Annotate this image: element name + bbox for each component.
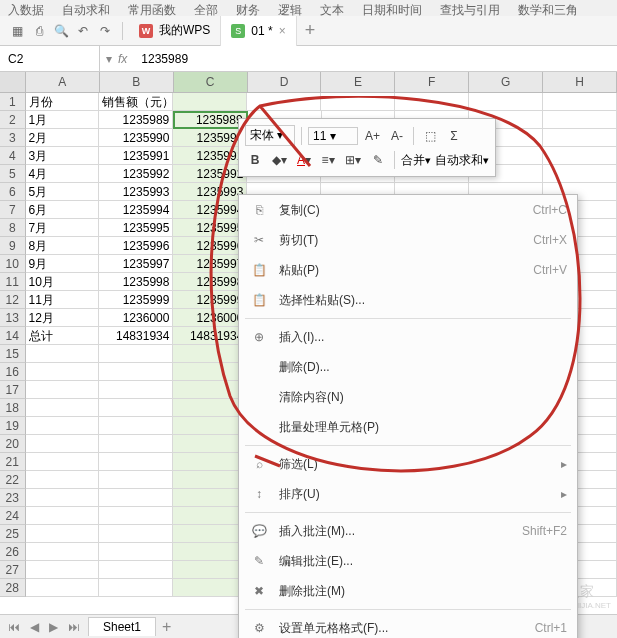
cell[interactable]: 4月 xyxy=(26,165,100,183)
col-header[interactable]: B xyxy=(100,72,174,92)
fill-color-icon[interactable]: ◆▾ xyxy=(269,150,290,170)
row-header[interactable]: 16 xyxy=(0,363,26,381)
cell[interactable]: 2月 xyxy=(26,129,100,147)
border-icon[interactable]: ⊞▾ xyxy=(342,150,364,170)
cell[interactable] xyxy=(173,93,247,111)
context-menu-item[interactable]: 清除内容(N) xyxy=(239,382,577,412)
context-menu-item[interactable]: 💬插入批注(M)...Shift+F2 xyxy=(239,516,577,546)
merge-icon[interactable]: ⬚ xyxy=(420,126,440,146)
autosum-button[interactable]: 自动求和▾ xyxy=(435,152,489,169)
bold-icon[interactable]: B xyxy=(245,150,265,170)
cell[interactable]: 1235990 xyxy=(99,129,173,147)
last-sheet-icon[interactable]: ⏭ xyxy=(66,620,82,634)
cell[interactable]: 1235992 xyxy=(173,165,247,183)
print-icon[interactable]: ⎙ xyxy=(31,23,47,39)
cell[interactable]: 1235993 xyxy=(173,183,247,201)
cell[interactable]: 1235994 xyxy=(173,201,247,219)
preview-icon[interactable]: 🔍 xyxy=(53,23,69,39)
cell[interactable]: 1235995 xyxy=(173,219,247,237)
cell[interactable]: 1235989 xyxy=(173,111,247,129)
tab-wps[interactable]: W 我的WPS xyxy=(129,16,221,46)
format-painter-icon[interactable]: ✎ xyxy=(368,150,388,170)
row-header[interactable]: 21 xyxy=(0,453,26,471)
undo-icon[interactable]: ↶ xyxy=(75,23,91,39)
cell[interactable]: 7月 xyxy=(26,219,100,237)
col-header[interactable]: C xyxy=(174,72,248,92)
context-menu-item[interactable]: 删除(D)... xyxy=(239,352,577,382)
cell[interactable]: 总计 xyxy=(26,327,100,345)
row-header[interactable]: 15 xyxy=(0,345,26,363)
align-icon[interactable]: ≡▾ xyxy=(318,150,338,170)
row-header[interactable]: 6 xyxy=(0,183,26,201)
cell[interactable]: 12月 xyxy=(26,309,100,327)
cell[interactable]: 14831934 xyxy=(173,327,247,345)
cell[interactable]: 1235997 xyxy=(99,255,173,273)
row-header[interactable]: 11 xyxy=(0,273,26,291)
cell[interactable]: 1235999 xyxy=(99,291,173,309)
cell[interactable]: 1236000 xyxy=(173,309,247,327)
row-header[interactable]: 3 xyxy=(0,129,26,147)
col-header[interactable]: F xyxy=(395,72,469,92)
cell[interactable]: 1235990 xyxy=(173,129,247,147)
menu-item[interactable]: 文本 xyxy=(320,2,344,14)
row-header[interactable]: 7 xyxy=(0,201,26,219)
select-all-corner[interactable] xyxy=(0,72,26,92)
row-header[interactable]: 5 xyxy=(0,165,26,183)
autosum-icon[interactable]: Σ xyxy=(444,126,464,146)
cell[interactable]: 1235996 xyxy=(99,237,173,255)
tab-document[interactable]: S 01 * × xyxy=(221,16,296,46)
context-menu-item[interactable]: 批量处理单元格(P) xyxy=(239,412,577,442)
cell-reference[interactable]: C2 xyxy=(0,46,100,71)
context-menu-item[interactable]: ✎编辑批注(E)... xyxy=(239,546,577,576)
row-header[interactable]: 1 xyxy=(0,93,26,111)
dropdown-icon[interactable]: ▾ xyxy=(106,52,112,66)
prev-sheet-icon[interactable]: ◀ xyxy=(28,620,41,634)
row-header[interactable]: 12 xyxy=(0,291,26,309)
cell[interactable]: 销售额（元） xyxy=(99,93,173,111)
cell[interactable]: 1235989 xyxy=(99,111,173,129)
row-header[interactable]: 4 xyxy=(0,147,26,165)
row-header[interactable]: 13 xyxy=(0,309,26,327)
merge-button[interactable]: 合并▾ xyxy=(401,152,431,169)
cell[interactable]: 9月 xyxy=(26,255,100,273)
increase-font-icon[interactable]: A+ xyxy=(362,126,383,146)
menu-item[interactable]: 日期和时间 xyxy=(362,2,422,14)
row-header[interactable]: 22 xyxy=(0,471,26,489)
cell[interactable]: 1235993 xyxy=(99,183,173,201)
col-header[interactable]: A xyxy=(26,72,100,92)
cell[interactable]: 1235994 xyxy=(99,201,173,219)
row-header[interactable]: 27 xyxy=(0,561,26,579)
cell[interactable]: 1235998 xyxy=(173,273,247,291)
cell[interactable]: 5月 xyxy=(26,183,100,201)
context-menu-item[interactable]: ✖删除批注(M) xyxy=(239,576,577,606)
context-menu-item[interactable]: ⌕筛选(L)▸ xyxy=(239,449,577,479)
menu-item[interactable]: 逻辑 xyxy=(278,2,302,14)
redo-icon[interactable]: ↷ xyxy=(97,23,113,39)
row-header[interactable]: 23 xyxy=(0,489,26,507)
close-icon[interactable]: × xyxy=(279,24,286,38)
col-header[interactable]: G xyxy=(469,72,543,92)
context-menu-item[interactable]: ⎘复制(C)Ctrl+C xyxy=(239,195,577,225)
cell[interactable]: 11月 xyxy=(26,291,100,309)
font-select[interactable]: 宋体 ▾ xyxy=(245,125,295,146)
save-icon[interactable]: ▦ xyxy=(9,23,25,39)
context-menu-item[interactable]: ⚙设置单元格格式(F)...Ctrl+1 xyxy=(239,613,577,638)
cell[interactable]: 1235997 xyxy=(173,255,247,273)
menu-item[interactable]: 常用函数 xyxy=(128,2,176,14)
col-header[interactable]: D xyxy=(248,72,322,92)
row-header[interactable]: 20 xyxy=(0,435,26,453)
row-header[interactable]: 18 xyxy=(0,399,26,417)
cell[interactable]: 1月 xyxy=(26,111,100,129)
menu-item[interactable]: 全部 xyxy=(194,2,218,14)
cell[interactable]: 6月 xyxy=(26,201,100,219)
add-sheet-icon[interactable]: + xyxy=(162,618,171,636)
context-menu-item[interactable]: ⊕插入(I)... xyxy=(239,322,577,352)
menu-item[interactable]: 入数据 xyxy=(8,2,44,14)
row-header[interactable]: 19 xyxy=(0,417,26,435)
cell[interactable]: 14831934 xyxy=(99,327,173,345)
cell[interactable]: 1235995 xyxy=(99,219,173,237)
first-sheet-icon[interactable]: ⏮ xyxy=(6,620,22,634)
row-header[interactable]: 9 xyxy=(0,237,26,255)
context-menu-item[interactable]: ✂剪切(T)Ctrl+X xyxy=(239,225,577,255)
cell[interactable]: 1235992 xyxy=(99,165,173,183)
